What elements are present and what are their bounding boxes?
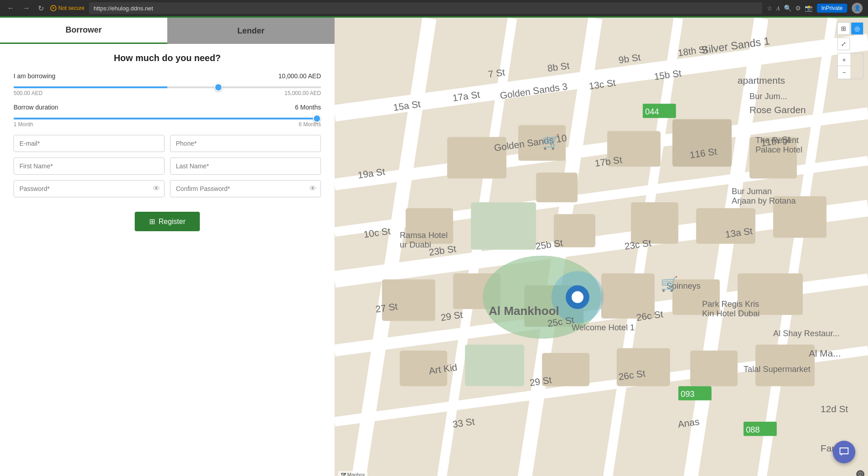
forward-button[interactable]: → (21, 2, 32, 14)
confirm-password-wrapper: 👁 (170, 180, 321, 197)
svg-text:Al Mankhool: Al Mankhool (489, 304, 559, 318)
svg-text:Kin Hotel Dubai: Kin Hotel Dubai (702, 309, 760, 318)
svg-rect-26 (382, 279, 435, 321)
password-row: 👁 👁 (14, 180, 321, 197)
svg-text:apartments: apartments (738, 75, 785, 86)
email-field[interactable] (14, 135, 165, 152)
tabs: Borrower Lender (0, 18, 335, 44)
svg-rect-16 (536, 172, 578, 202)
svg-text:ur Duabi: ur Duabi (400, 240, 431, 249)
tab-lender[interactable]: Lender (167, 18, 335, 44)
svg-rect-36 (690, 351, 738, 386)
fab-button[interactable] (833, 441, 855, 463)
screenshot-icon[interactable]: 📸 (805, 5, 812, 12)
svg-text:Ramsa Hotel: Ramsa Hotel (400, 230, 448, 240)
svg-text:Al Shay Restaur...: Al Shay Restaur... (773, 328, 840, 338)
svg-text:Bur Juman: Bur Juman (731, 186, 772, 196)
star-icon[interactable]: ☆ (767, 5, 773, 12)
svg-text:093: 093 (681, 389, 695, 399)
svg-rect-33 (465, 345, 524, 386)
extension-icon[interactable]: ⚙ (795, 5, 801, 12)
svg-text:044: 044 (645, 107, 659, 116)
url-bar[interactable] (89, 2, 762, 14)
amount-label: I am borrowing (14, 72, 56, 80)
browser-icons: ☆ 𝐴 🔍 ⚙ 📸 (767, 5, 812, 12)
svg-point-41 (571, 291, 583, 303)
lastname-field[interactable] (170, 157, 321, 175)
refresh-button[interactable]: ↻ (36, 2, 46, 14)
register-icon: ⊞ (149, 217, 155, 226)
svg-text:Palace Hotel: Palace Hotel (755, 145, 802, 154)
svg-text:Talal Supermarket: Talal Supermarket (744, 364, 811, 374)
svg-text:🛒: 🛒 (660, 275, 679, 292)
svg-text:🛒: 🛒 (542, 133, 560, 150)
svg-text:The Regent: The Regent (755, 135, 799, 145)
amount-slider-section: I am borrowing 10,000.00 AED 500.00 AED … (14, 72, 321, 96)
duration-slider[interactable] (14, 118, 321, 119)
duration-label: Borrow duration (14, 104, 58, 111)
svg-text:Bur Jum...: Bur Jum... (750, 91, 788, 101)
form-content: How much do you need? I am borrowing 10,… (0, 44, 335, 245)
security-badge: Not secure (50, 5, 85, 11)
map-info-btn[interactable]: ⓘ (856, 470, 864, 476)
svg-rect-21 (471, 202, 536, 250)
map-zoom-in-btn[interactable]: + (838, 53, 850, 66)
map-svg: Silver Sands 1 apartments Rose Garden 7 … (335, 18, 868, 476)
svg-text:12d St: 12d St (821, 404, 848, 414)
chat-icon (839, 447, 849, 457)
zoom-icon[interactable]: 🔍 (784, 5, 792, 12)
password-eye-icon[interactable]: 👁 (153, 185, 160, 193)
map-panel: Silver Sands 1 apartments Rose Garden 7 … (335, 18, 868, 476)
amount-value: 10,000.00 AED (278, 72, 321, 80)
form-panel: Borrower Lender How much do you need? I … (0, 18, 335, 476)
svg-rect-23 (631, 202, 679, 244)
svg-text:Rose Garden: Rose Garden (750, 105, 806, 115)
duration-value: 6 Months (295, 104, 321, 111)
svg-text:Arjaan by Rotana: Arjaan by Rotana (731, 196, 796, 205)
password-wrapper: 👁 (14, 180, 165, 197)
svg-text:Al Ma...: Al Ma... (809, 348, 841, 358)
duration-slider-section: Borrow duration 6 Months 1 Month 6 Month… (14, 104, 321, 128)
email-phone-row (14, 135, 321, 152)
map-zoom-out-btn[interactable]: − (838, 66, 850, 79)
map-location-btn[interactable]: ◎ (851, 22, 863, 35)
map-watermark: 🗺 Mapbox (338, 471, 368, 476)
svg-text:088: 088 (746, 425, 760, 434)
svg-text:Welcome Hotel 1: Welcome Hotel 1 (571, 323, 634, 332)
phone-field[interactable] (170, 135, 321, 152)
confirm-eye-icon[interactable]: 👁 (309, 185, 316, 193)
firstname-field[interactable] (14, 157, 165, 175)
name-row (14, 157, 321, 175)
password-field[interactable] (14, 180, 165, 197)
page-wrapper: Borrower Lender How much do you need? I … (0, 16, 868, 476)
form-title: How much do you need? (14, 53, 321, 63)
confirm-password-field[interactable] (170, 180, 321, 197)
browser-chrome: ← → ↻ Not secure ☆ 𝐴 🔍 ⚙ 📸 InPrivate 👤 (0, 0, 868, 16)
map-layers-btn[interactable]: ⊞ (837, 22, 850, 35)
top-section: Borrower Lender How much do you need? I … (0, 16, 868, 476)
map-fullscreen-btn[interactable]: ⤢ (837, 38, 850, 50)
svg-text:Park Regis Kris: Park Regis Kris (702, 299, 759, 309)
security-text: Not secure (58, 5, 85, 11)
tab-borrower[interactable]: Borrower (0, 18, 167, 44)
map-placeholder: Silver Sands 1 apartments Rose Garden 7 … (335, 18, 868, 476)
register-button[interactable]: ⊞ Register (135, 212, 200, 231)
svg-rect-18 (672, 119, 731, 167)
avatar[interactable]: 👤 (852, 3, 863, 14)
map-controls: ⊞ ◎ ⤢ + − (837, 22, 863, 79)
inprivate-button[interactable]: InPrivate (817, 4, 847, 13)
read-icon[interactable]: 𝐴 (776, 5, 780, 12)
back-button[interactable]: ← (5, 2, 16, 14)
amount-slider[interactable] (14, 86, 321, 88)
